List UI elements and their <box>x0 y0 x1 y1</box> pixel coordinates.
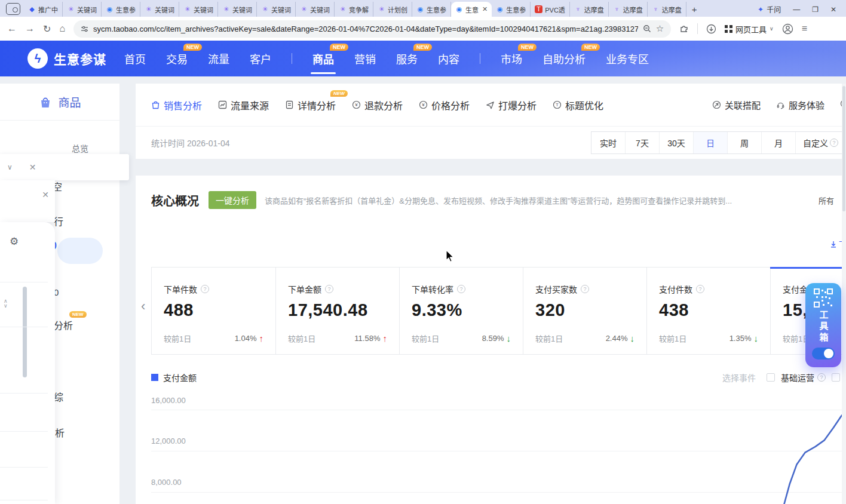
window-close-button[interactable]: ✕ <box>830 6 836 13</box>
extensions-icon[interactable] <box>679 24 689 33</box>
tab-sales-analysis[interactable]: 销售分析 <box>151 98 202 112</box>
nav-item-traffic[interactable]: 流量 <box>208 51 229 66</box>
browser-tab[interactable]: ✳ 关键词 ✕ <box>296 2 335 17</box>
help-icon[interactable]: ? <box>457 285 465 293</box>
sidebar-item[interactable]: 总览 <box>72 142 88 154</box>
date-range-button[interactable]: 自定义 ? <box>796 132 846 153</box>
browser-tab[interactable]: ◉ 生意参 ✕ <box>492 2 531 17</box>
zoom-icon[interactable] <box>643 24 651 33</box>
link-service-experience[interactable]: 服务体验 <box>776 99 824 111</box>
sidebar-item[interactable]: 综 <box>54 389 63 404</box>
nav-item-service[interactable]: 服务NEW <box>396 51 418 66</box>
tab-detail-analysis[interactable]: 详情分析 NEW <box>285 98 336 112</box>
date-range-button[interactable]: 7天 <box>626 132 660 153</box>
trend-chart[interactable] <box>151 391 846 504</box>
bookmark-star-icon[interactable]: ☆ <box>656 23 664 34</box>
app-brand[interactable]: 生意参谋 <box>54 50 106 67</box>
forward-icon[interactable]: → <box>25 23 35 34</box>
home-icon[interactable]: ⌂ <box>59 23 65 34</box>
tab-price-analysis[interactable]: ¥ 价格分析 <box>419 98 470 112</box>
nav-item-marketing[interactable]: 营销 <box>354 51 376 66</box>
metric-card[interactable]: 支付件数 ? 438 较前1日 1.35% <box>646 268 770 354</box>
close-icon[interactable]: ✕ <box>42 190 49 199</box>
sycm-logo[interactable]: ϟ <box>27 48 48 69</box>
back-icon[interactable]: ← <box>7 23 17 34</box>
gear-icon[interactable]: ⚙ <box>10 235 19 248</box>
scrollbar-thumb[interactable] <box>842 86 845 211</box>
site-settings-icon[interactable] <box>81 25 88 33</box>
browser-tab[interactable]: ♆ 达摩盘 ✕ <box>570 2 609 17</box>
sidebar-item[interactable]: 析 <box>55 425 65 440</box>
toolbox-toggle[interactable] <box>812 348 835 359</box>
browser-tab[interactable]: ◆ 推广中 ✕ <box>24 2 63 17</box>
legend-label[interactable]: 支付金额 <box>163 371 197 383</box>
new-tab-button[interactable]: + <box>686 4 703 17</box>
nav-item-customer[interactable]: 客户 <box>250 51 271 66</box>
nav-item-content[interactable]: 内容 <box>438 51 459 66</box>
collapse-chevron-icon[interactable]: ∨ <box>7 163 13 171</box>
help-icon[interactable]: ? <box>201 285 209 293</box>
url-text[interactable]: sycm.taobao.com/cc/item_archives?activeK… <box>93 24 638 33</box>
nav-item-business-zone[interactable]: 业务专区 <box>606 51 649 66</box>
tab-search-icon[interactable] <box>6 3 20 15</box>
metric-card[interactable]: 支付买家数 ? 320 较前1日 2.44% <box>523 268 646 354</box>
webtools-button[interactable]: 网页工具 ∨ <box>725 23 774 35</box>
tab-refund-analysis[interactable]: ¥ 退款分析 <box>352 98 403 112</box>
browser-tab[interactable]: ◉ 生意参 ✕ <box>412 2 451 17</box>
profile-avatar[interactable] <box>782 23 793 35</box>
browser-tab[interactable]: ✳ 关键词 ✕ <box>218 2 257 17</box>
sidebar-item[interactable]: 行 <box>54 214 63 228</box>
sidebar-item[interactable]: 分析 NEW <box>54 318 73 332</box>
one-click-analyze-button[interactable]: 一键分析 <box>209 191 256 209</box>
close-icon[interactable]: ✕ <box>29 162 36 172</box>
help-icon[interactable]: ? <box>325 285 333 293</box>
tab-traffic-source[interactable]: 流量来源 <box>218 98 269 112</box>
browser-tab[interactable]: ◉ 生意参 ✕ <box>102 2 140 17</box>
metric-card[interactable]: 下单转化率 ? 9.33% 较前1日 8.59% <box>399 268 523 354</box>
date-range-button[interactable]: 日 <box>694 132 728 153</box>
tab-hit-analysis[interactable]: 打爆分析 <box>486 98 537 112</box>
date-range-button[interactable]: 实时 <box>591 132 626 153</box>
browser-tab[interactable]: ✳ 关键词 ✕ <box>179 2 218 17</box>
nav-item-self-analysis[interactable]: 自助分析NEW <box>542 51 586 66</box>
browser-tab[interactable]: ✳ 关键词 ✕ <box>63 2 102 17</box>
window-minimize-button[interactable]: — <box>793 6 800 13</box>
nav-item-market[interactable]: 市场NEW <box>501 51 522 66</box>
help-icon[interactable]: ? <box>581 285 589 293</box>
page-scrollbar[interactable] <box>842 84 846 504</box>
scroll-up-down-icons[interactable]: ∧∨ <box>4 299 8 308</box>
cards-scroll-left-icon[interactable]: ‹ <box>141 299 145 314</box>
browser-tab[interactable]: T PVC透 ✕ <box>531 2 570 17</box>
browser-tab[interactable]: ✳ 关键词 ✕ <box>140 2 179 17</box>
reload-icon[interactable]: ↻ <box>43 23 51 35</box>
nav-item-home[interactable]: 首页 <box>124 51 146 66</box>
metric-card[interactable]: 下单金额 ? 17,540.48 较前1日 11.58% <box>275 268 399 354</box>
help-icon[interactable]: ? <box>817 373 826 382</box>
browser-tab[interactable]: ✳ 竞争解 ✕ <box>335 2 373 17</box>
address-bar[interactable]: sycm.taobao.com/cc/item_archives?activeK… <box>73 20 671 38</box>
browser-tab[interactable]: ✳ 计划创 ✕ <box>373 2 412 17</box>
nav-item-product[interactable]: 商品NEW <box>312 51 334 66</box>
browser-tab[interactable]: ♆ 达摩盘 ✕ <box>648 2 686 17</box>
metric-card[interactable]: 下单件数 ? 488 较前1日 1.04% <box>152 268 275 354</box>
tab-title-optimize[interactable]: T 标题优化 <box>553 98 603 112</box>
window-maximize-button[interactable]: ❐ <box>812 6 819 13</box>
browser-tab[interactable]: ✳ 关键词 ✕ <box>257 2 296 17</box>
menu-icon[interactable]: ≡ <box>802 23 807 34</box>
date-range-button[interactable]: 30天 <box>660 132 694 153</box>
browser-tab[interactable]: ♆ 达摩盘 ✕ <box>609 2 648 17</box>
base-ops-checkbox[interactable] <box>767 373 775 382</box>
panel-scrollbar[interactable] <box>23 287 27 377</box>
qianwen-button[interactable]: ✦ 千问 <box>758 4 781 14</box>
date-range-button[interactable]: 月 <box>762 132 796 153</box>
browser-tab[interactable]: ◉ 生意 ✕ <box>451 2 492 17</box>
toolbox-widget[interactable]: 工具箱 <box>805 283 841 367</box>
link-related-match[interactable]: 关联搭配 <box>712 99 761 111</box>
nav-item-trade[interactable]: 交易NEW <box>166 51 188 66</box>
second-checkbox[interactable] <box>832 373 840 382</box>
date-range-button[interactable]: 周 <box>728 132 762 153</box>
overview-all-link[interactable]: 所有 <box>819 195 834 206</box>
tab-close-icon[interactable]: ✕ <box>482 6 488 13</box>
download-icon[interactable] <box>706 24 716 34</box>
help-icon[interactable]: ? <box>696 285 704 293</box>
